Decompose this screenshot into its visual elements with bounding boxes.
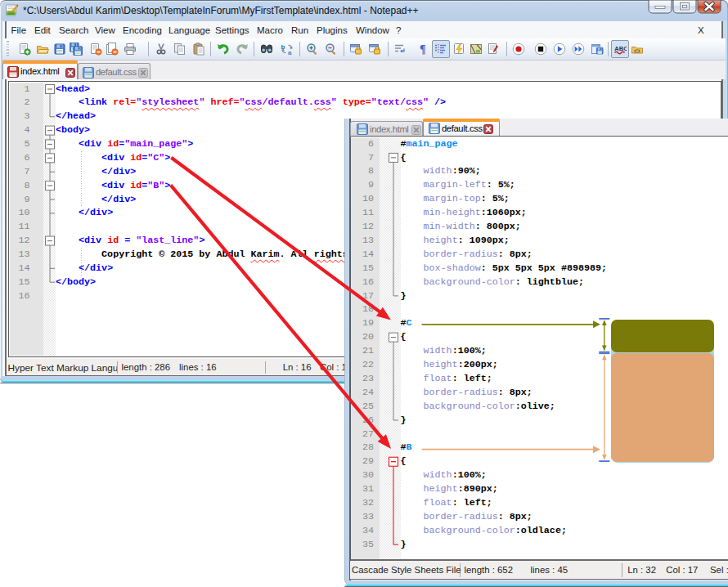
svg-text:ABC: ABC <box>614 45 627 52</box>
svg-text:a: a <box>288 49 292 56</box>
svg-text:¶: ¶ <box>420 43 426 56</box>
